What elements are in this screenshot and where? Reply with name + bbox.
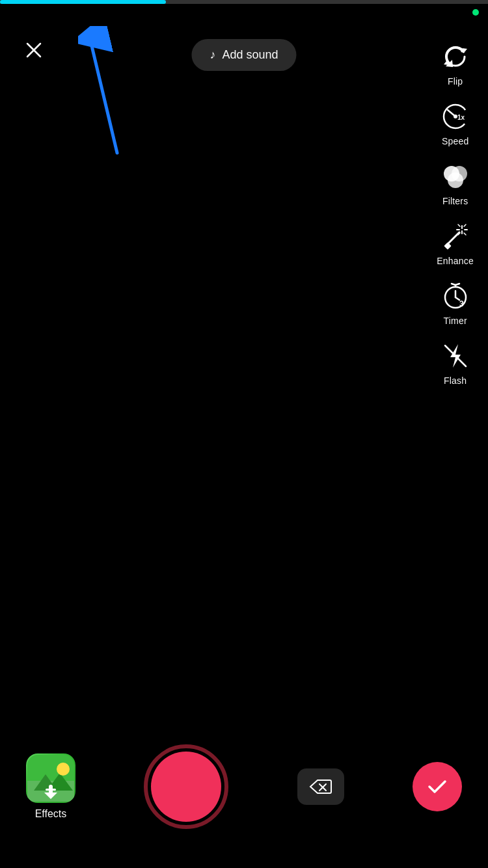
confirm-button[interactable] — [413, 762, 462, 811]
flip-button[interactable]: Flip — [436, 36, 475, 90]
flash-label: Flash — [444, 375, 467, 386]
svg-line-20 — [464, 224, 466, 226]
status-dot — [472, 9, 479, 16]
filters-label: Filters — [442, 196, 468, 206]
svg-line-19 — [458, 224, 460, 226]
timer-icon: 3 — [439, 279, 472, 313]
music-icon: ♪ — [210, 48, 215, 62]
effects-icon — [27, 755, 74, 802]
enhance-button[interactable]: Enhance — [434, 215, 476, 270]
svg-text:3: 3 — [459, 299, 464, 308]
close-icon — [25, 41, 43, 59]
svg-rect-39 — [49, 785, 53, 794]
flip-label: Flip — [448, 76, 463, 87]
progress-bar-fill — [0, 0, 166, 4]
blue-arrow-annotation — [78, 26, 130, 159]
svg-point-12 — [448, 172, 463, 188]
record-button[interactable] — [144, 744, 228, 829]
timer-label: Timer — [444, 316, 467, 326]
timer-button[interactable]: 3 Timer — [436, 275, 475, 330]
speed-icon: 1x — [439, 100, 472, 133]
delete-button[interactable] — [297, 768, 344, 805]
filters-button[interactable]: Filters — [436, 156, 475, 210]
svg-line-26 — [455, 284, 459, 285]
flash-button[interactable]: Flash — [436, 335, 475, 390]
right-controls-panel: Flip 1x Speed Filters — [434, 36, 476, 390]
filters-icon — [439, 159, 472, 193]
add-sound-label: Add sound — [222, 48, 278, 62]
speed-label: Speed — [442, 136, 468, 146]
effects-label: Effects — [35, 808, 67, 820]
svg-line-22 — [464, 233, 466, 235]
record-button-inner — [151, 752, 221, 822]
speed-button[interactable]: 1x Speed — [436, 96, 475, 150]
svg-rect-14 — [444, 242, 451, 249]
delete-icon — [309, 778, 332, 796]
effects-icon-box — [26, 753, 75, 803]
bottom-bar: Effects — [0, 725, 488, 868]
svg-line-3 — [90, 38, 117, 153]
flash-icon — [439, 339, 472, 373]
enhance-label: Enhance — [437, 256, 474, 266]
enhance-icon — [439, 219, 472, 253]
svg-text:1x: 1x — [457, 114, 465, 121]
svg-point-36 — [57, 763, 70, 776]
flip-icon — [439, 40, 472, 74]
progress-bar-container — [0, 0, 488, 4]
confirm-icon — [426, 775, 449, 798]
add-sound-button[interactable]: ♪ Add sound — [191, 39, 296, 71]
effects-button[interactable]: Effects — [26, 753, 75, 820]
close-button[interactable] — [20, 36, 48, 64]
